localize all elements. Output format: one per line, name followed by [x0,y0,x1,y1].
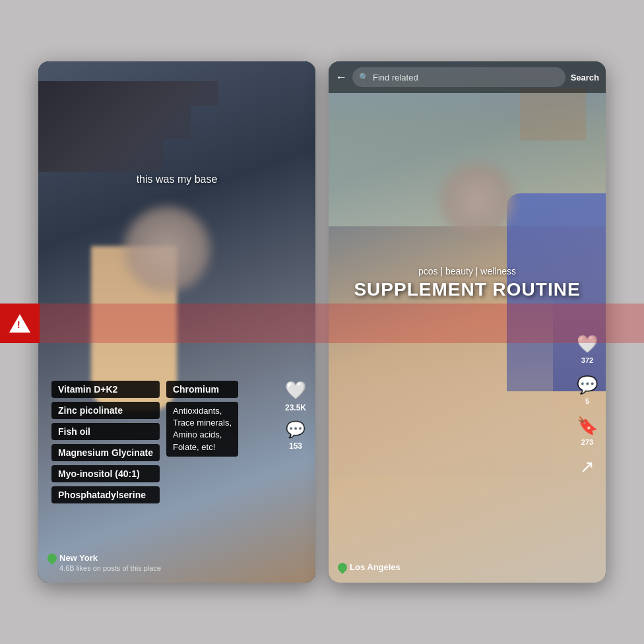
blurred-face-left [124,207,210,292]
supplement-col1: Vitamin D+K2 Zinc picolinate Fish oil Ma… [51,381,160,503]
search-icon: 🔍 [359,73,369,82]
location-row: New York [48,553,161,563]
supp-label-fishoil: Fish oil [51,423,160,440]
comment-count-text: 153 [289,441,302,451]
search-placeholder-text: Find related [373,73,418,82]
bookmark-action[interactable]: 🔖 273 [577,416,598,446]
top-bar: ← 🔍 Find related Search [329,61,606,93]
like-count-right: 372 [581,356,593,364]
pcos-label-text: pcos | beauty | wellness [329,266,606,276]
back-button[interactable]: ← [335,71,347,84]
supp-label-antioxidants: Antioxidants,Trace minerals,Amino acids,… [166,402,238,457]
right-actions: 🤍 372 💬 5 🔖 273 ↗ [577,334,598,477]
comment-action[interactable]: 💬 5 [577,375,598,405]
alert-triangle-icon [9,314,30,333]
bookmark-icon-right: 🔖 [577,416,598,436]
supplement-labels: Vitamin D+K2 Zinc picolinate Fish oil Ma… [51,381,238,503]
blurred-face-right [441,164,513,236]
right-location-pin-icon [336,561,349,574]
search-button[interactable]: Search [571,73,599,82]
supp-label-chromium: Chromium [166,381,238,398]
location-sub-text: 4.6B likes on posts of this place [59,564,161,572]
supp-label-phospha: Phosphatadylserine [51,486,160,503]
heart-icon[interactable]: 🤍 [285,380,306,401]
right-location-row: Los Angeles [338,562,401,572]
location-pin-icon [46,552,59,565]
supp-label-magnesium: Magnesium Glycinate [51,444,160,461]
right-location-footer: Los Angeles [338,562,401,572]
supp-label-zinc: Zinc picolinate [51,402,160,419]
bookmark-count-right: 273 [581,438,593,446]
right-location-name-text[interactable]: Los Angeles [350,562,401,572]
search-bar[interactable]: 🔍 Find related [352,67,565,87]
left-like-section: 🤍 23.5K 💬 153 [285,380,306,451]
alert-icon-box [0,304,40,343]
screen-container: this was my base Vitamin D+K2 Zinc picol… [0,0,644,644]
share-icon-right: ↗ [580,457,595,477]
supp-label-myo: Myo-inositol (40:1) [51,465,160,482]
share-action[interactable]: ↗ [580,457,595,477]
supplement-col2: Chromium Antioxidants,Trace minerals,Ami… [166,381,238,503]
comment-icon[interactable]: 💬 [286,420,306,439]
subtitle-text: this was my base [38,174,315,185]
alert-banner [0,304,644,343]
comment-icon-right: 💬 [577,375,598,395]
comment-count-right: 5 [585,397,589,405]
supp-label-vitamind: Vitamin D+K2 [51,381,160,398]
like-count-text: 23.5K [285,403,306,412]
kitchen-cabinet [520,88,586,141]
left-location-footer: New York 4.6B likes on posts of this pla… [48,553,161,572]
location-name-text[interactable]: New York [59,553,98,563]
